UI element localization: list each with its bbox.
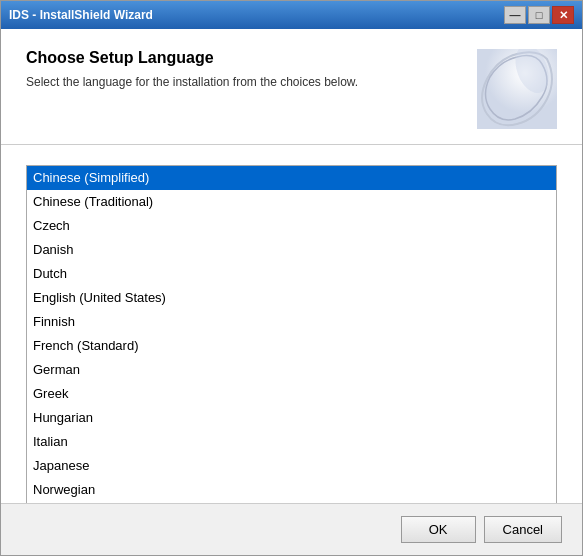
language-listbox-container: Chinese (Simplified)Chinese (Traditional… [26,165,557,503]
list-item[interactable]: Dutch [27,262,556,286]
list-item[interactable]: Greek [27,382,556,406]
bottom-bar: OK Cancel [1,503,582,555]
list-item[interactable]: Finnish [27,310,556,334]
banner-text: Choose Setup Language Select the languag… [26,49,477,89]
list-item[interactable]: Italian [27,430,556,454]
window-title: IDS - InstallShield Wizard [9,8,153,22]
banner-image [477,49,557,129]
language-listbox[interactable]: Chinese (Simplified)Chinese (Traditional… [27,166,556,503]
banner-title: Choose Setup Language [26,49,477,67]
list-item[interactable]: Chinese (Simplified) [27,166,556,190]
list-item[interactable]: Chinese (Traditional) [27,190,556,214]
title-bar-buttons: — □ ✕ [504,6,574,24]
minimize-button[interactable]: — [504,6,526,24]
close-button[interactable]: ✕ [552,6,574,24]
list-item[interactable]: Danish [27,238,556,262]
banner-description: Select the language for the installation… [26,75,477,89]
maximize-button[interactable]: □ [528,6,550,24]
list-item[interactable]: Polish [27,502,556,503]
ok-button[interactable]: OK [401,516,476,543]
banner: Choose Setup Language Select the languag… [1,29,582,145]
list-item[interactable]: Czech [27,214,556,238]
list-item[interactable]: German [27,358,556,382]
wizard-window: IDS - InstallShield Wizard — □ ✕ Choose … [0,0,583,556]
list-item[interactable]: Hungarian [27,406,556,430]
main-content: Chinese (Simplified)Chinese (Traditional… [1,145,582,503]
cancel-button[interactable]: Cancel [484,516,562,543]
content-area: Choose Setup Language Select the languag… [1,29,582,503]
title-bar: IDS - InstallShield Wizard — □ ✕ [1,1,582,29]
list-item[interactable]: French (Standard) [27,334,556,358]
list-item[interactable]: Norwegian [27,478,556,502]
list-item[interactable]: Japanese [27,454,556,478]
list-item[interactable]: English (United States) [27,286,556,310]
